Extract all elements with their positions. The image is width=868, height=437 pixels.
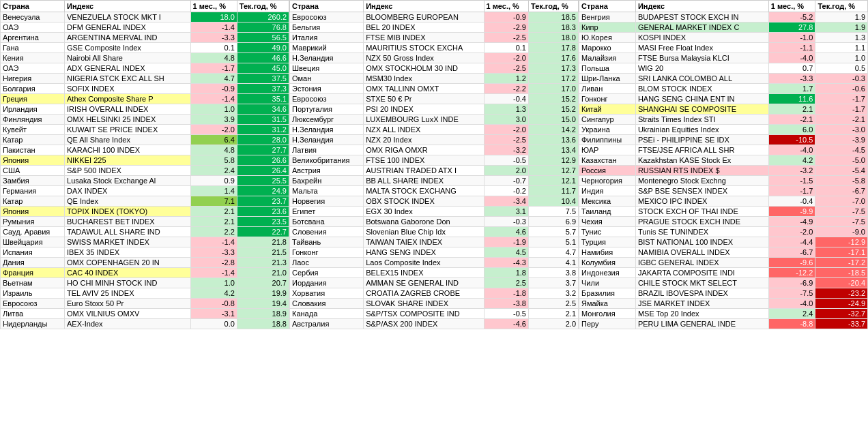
cell-1m: 2.1 [190,207,237,217]
table-row: МексикаMEXICO IPC INDEX-0.4-7.0 [579,196,868,207]
cell-index: KUWAIT SE PRICE INDEX [65,125,191,135]
cell-index: IBEX 35 INDEX [65,247,191,258]
cell-country: Бахрейн [290,176,364,186]
cell-ytd: -5.4 [815,166,868,176]
col-ytd-3: Тек.год, % [815,1,868,12]
cell-index: LUXEMBOURG LuxX INDE [364,115,484,125]
cell-country: Сербия [290,268,364,278]
table-row: СловакияSLOVAK SHARE INDEX-3.82.5 [290,299,579,309]
cell-index: PSEi - PHILIPPINE SE IDX [635,135,768,145]
table-row: ОАЭDFM GENERAL INDEX-1.476.8 [1,22,289,33]
cell-1m: -0.4 [768,196,815,207]
cell-1m: -4.0 [768,299,815,309]
table-row: МальтаMALTA STOCK EXCHANG-0.211.7 [290,186,579,196]
cell-ytd: 1.9 [815,12,868,22]
cell-index: NIKKEI 225 [65,155,191,166]
cell-country: Венесуэла [1,12,65,22]
cell-country: Польша [579,63,636,74]
cell-ytd: 23.5 [237,217,289,227]
cell-ytd: 26.6 [237,155,289,166]
cell-country: Маврикий [290,43,364,53]
cell-ytd: 13.6 [528,135,578,145]
cell-country: Монголия [579,309,636,319]
table-row: КенияNairobi All Share4.846.6 [1,53,289,63]
table-row: Сауд. АравияTADAWUL ALL SHARE IND2.222.7 [1,227,289,237]
cell-index: VENEZUELA STOCK MKT I [65,12,191,22]
cell-country: Филиппины [579,135,636,145]
table-row: РоссияRUSSIAN RTS INDEX $-3.2-5.4 [579,166,868,176]
cell-country: Канада [290,309,364,319]
cell-ytd: 260.2 [237,12,289,22]
cell-1m: -2.0 [190,125,237,135]
cell-1m: 4.5 [484,247,528,258]
cell-1m: -1.4 [190,237,237,247]
cell-index: OMX STOCKHOLM 30 IND [364,63,484,74]
col-1m-1: 1 мес., % [190,1,237,12]
table-row: ПольшаWIG 200.70.5 [579,63,868,74]
cell-country: Оман [290,74,364,84]
cell-1m: 5.8 [190,155,237,166]
cell-index: KARACHI 100 INDEX [65,145,191,155]
cell-index: NZX 50 Gross Index [364,53,484,63]
cell-country: Германия [1,186,65,196]
cell-1m: 2.4 [768,309,815,319]
cell-ytd: 18.5 [528,12,578,22]
cell-country: Индонезия [579,268,636,278]
cell-country: Тунис [579,227,636,237]
cell-ytd: 15.2 [528,104,578,115]
cell-index: Euro Stoxx 50 Pr [65,299,191,309]
table-row: ЯпонияTOPIX INDEX (TOKYO)2.123.6 [1,207,289,217]
cell-index: IGBC GENERAL INDEX [635,258,768,268]
cell-1m: 1.4 [190,186,237,196]
cell-index: Ukrainian Equities Index [635,125,768,135]
cell-index: NAMIBIA OVERALL INDEX [635,247,768,258]
cell-1m: 1.0 [190,104,237,115]
cell-1m: -1.5 [768,176,815,186]
table-row: УкраинаUkrainian Equities Index6.0-3.0 [579,125,868,135]
cell-country: Венгрия [579,12,636,22]
cell-ytd: -23.2 [815,288,868,299]
cell-1m: 4.8 [190,53,237,63]
cell-1m: 3.0 [484,115,528,125]
cell-ytd: -9.0 [815,227,868,237]
cell-index: BIST NATIONAL 100 INDEX [635,237,768,247]
table-row: ЛаосLaos Composite Index-4.34.1 [290,258,579,268]
cell-index: GSE Composite Index [65,43,191,53]
cell-ytd: 17.3 [528,63,578,74]
table-row: ЕгипетEGX 30 Index3.17.5 [290,207,579,217]
cell-1m: -3.8 [484,299,528,309]
cell-index: AMMAN SE GENERAL IND [364,278,484,288]
table-row: НамибияNAMIBIA OVERALL INDEX-6.7-17.1 [579,247,868,258]
cell-ytd: 5.1 [528,237,578,247]
cell-1m: -2.0 [768,227,815,237]
cell-country: Колумбия [579,258,636,268]
cell-ytd: -7.5 [815,207,868,217]
cell-ytd: -0.6 [815,84,868,94]
cell-country: Таиланд [579,207,636,217]
cell-country: Шри-Ланка [579,74,636,84]
col-country-1: Страна [1,1,65,12]
cell-1m: 18.0 [190,12,237,22]
cell-country: Сингапур [579,115,636,125]
cell-country: Нидерланды [1,319,65,329]
cell-1m: 2.1 [190,217,237,227]
table-row: КитайSHANGHAI SE COMPOSITE2.1-1.7 [579,104,868,115]
cell-1m: -12.2 [768,268,815,278]
cell-index: PSI 20 INDEX [364,104,484,115]
cell-ytd: -17.2 [815,258,868,268]
cell-ytd: 1.0 [815,53,868,63]
table-row: ЧехияPRAGUE STOCK EXCH INDE-4.9-7.5 [579,217,868,227]
col-1m-3: 1 мес., % [768,1,815,12]
cell-country: Ливан [579,84,636,94]
cell-index: NZX 20 Index [364,135,484,145]
cell-1m: 2.0 [484,166,528,176]
cell-country: Марокко [579,43,636,53]
cell-ytd: -5.0 [815,155,868,166]
cell-country: Перу [579,319,636,329]
cell-ytd: -3.0 [815,125,868,135]
cell-index: TEL AVIV 25 INDEX [65,288,191,299]
cell-index: FTSE MIB INDEX [364,33,484,43]
cell-country: Хорватия [290,288,364,299]
cell-country: Гана [1,43,65,53]
cell-ytd: 6.9 [528,217,578,227]
